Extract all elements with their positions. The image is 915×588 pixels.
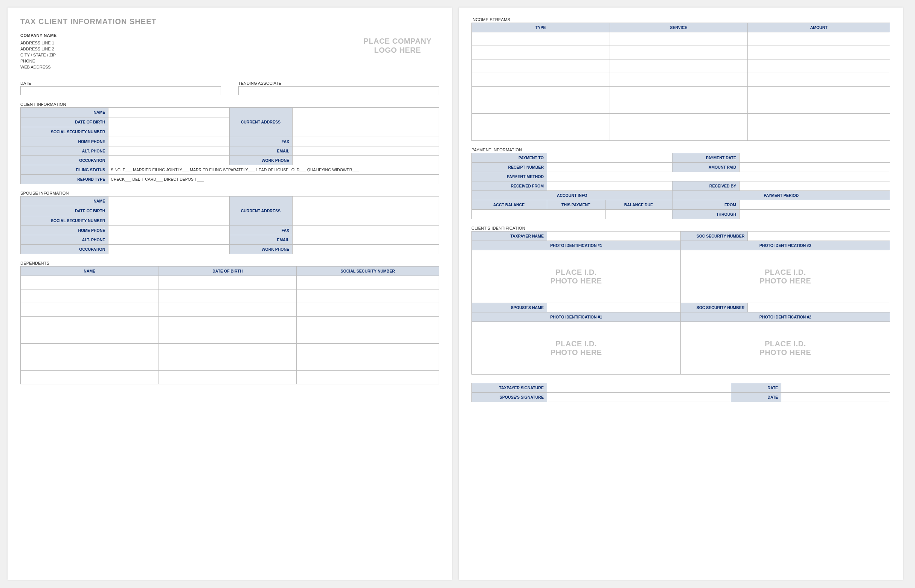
income-header-service: SERVICE [609,23,748,32]
spouse-current-address-input[interactable] [293,196,439,226]
acct-balance-label: ACCT BALANCE [472,200,547,210]
spouse-occupation-label: OCCUPATION [21,244,108,254]
client-email-input[interactable] [293,146,439,155]
signature-table: TAXPAYER SIGNATURE DATE SPOUSE'S SIGNATU… [471,383,890,402]
spouses-name-label: SPOUSE'S NAME [472,303,547,312]
client-current-address-input[interactable] [293,107,439,137]
tending-associate-label: TENDING ASSOCIATE [238,81,439,86]
dependents-table: NAME DATE OF BIRTH SOCIAL SECURITY NUMBE… [20,266,439,384]
taxpayer-name-input[interactable] [547,231,681,241]
refund-type-options[interactable]: CHECK___ DEBIT CARD___ DIRECT DEPOSIT___ [108,174,439,184]
income-streams-table: TYPE SERVICE AMOUNT [471,23,890,141]
spouse-occupation-input[interactable] [108,244,230,254]
dependents-header-ssn: SOCIAL SECURITY NUMBER [297,266,439,276]
this-payment-input[interactable] [547,210,606,219]
spouse-ssn-id-label: SOC SECURITY NUMBER [681,303,748,312]
spouse-dob-label: DATE OF BIRTH [21,206,108,216]
amount-paid-input[interactable] [740,163,890,172]
spouse-name-input[interactable] [108,196,230,206]
client-current-address-label: CURRENT ADDRESS [230,107,293,137]
received-from-input[interactable] [547,181,672,191]
document-title: TAX CLIENT INFORMATION SHEET [20,17,439,26]
received-by-input[interactable] [740,181,890,191]
spouse-email-input[interactable] [293,235,439,244]
client-email-label: EMAIL [230,146,293,155]
spouse-info-table: NAME CURRENT ADDRESS DATE OF BIRTH SOCIA… [20,196,439,254]
amount-paid-label: AMOUNT PAID [673,163,740,172]
date-label: DATE [20,81,221,86]
client-id-table: TAXPAYER NAME SOC SECURITY NUMBER PHOTO … [471,231,890,375]
page-1: TAX CLIENT INFORMATION SHEET COMPANY NAM… [8,8,452,580]
client-fax-input[interactable] [293,137,439,146]
table-row [21,276,439,289]
taxpayer-name-label: TAXPAYER NAME [472,231,547,241]
client-ssn-input[interactable] [108,127,230,137]
table-row [21,357,439,370]
taxpayer-photo-id-1-placeholder[interactable]: PLACE I.D. PHOTO HERE [472,250,681,303]
account-info-header: ACCOUNT INFO [472,191,673,200]
spouses-name-input[interactable] [547,303,681,312]
date-input[interactable] [20,86,221,95]
spouse-alt-phone-input[interactable] [108,235,230,244]
spouse-alt-phone-label: ALT. PHONE [21,235,108,244]
dependents-header-dob: DATE OF BIRTH [158,266,297,276]
table-row [472,100,890,114]
taxpayer-signature-input[interactable] [547,383,731,393]
spouses-signature-label: SPOUSE'S SIGNATURE [472,393,547,402]
client-home-phone-input[interactable] [108,137,230,146]
spouse-name-label: NAME [21,196,108,206]
tending-associate-input[interactable] [238,86,439,95]
spouse-ssn-label: SOCIAL SECURITY NUMBER [21,216,108,226]
client-info-table: NAME CURRENT ADDRESS DATE OF BIRTH SOCIA… [20,107,439,184]
client-work-phone-input[interactable] [293,155,439,165]
client-work-phone-label: WORK PHONE [230,155,293,165]
table-row [21,370,439,384]
taxpayer-ssn-label: SOC SECURITY NUMBER [681,231,748,241]
payment-date-label: PAYMENT DATE [673,153,740,163]
taxpayer-sig-date-input[interactable] [781,383,890,393]
table-row [21,316,439,330]
client-name-input[interactable] [108,107,230,117]
from-input[interactable] [740,200,890,210]
from-label: FROM [673,200,740,210]
taxpayer-photo-id-1-header: PHOTO IDENTIFICATION #1 [472,241,681,250]
client-alt-phone-input[interactable] [108,146,230,155]
payment-period-header: PAYMENT PERIOD [673,191,890,200]
page-2: INCOME STREAMS TYPE SERVICE AMOUNT PAYME… [459,8,903,580]
spouse-fax-input[interactable] [293,226,439,235]
client-dob-label: DATE OF BIRTH [21,117,108,127]
acct-balance-input[interactable] [472,210,547,219]
payment-to-input[interactable] [547,153,672,163]
payment-date-input[interactable] [740,153,890,163]
spouse-photo-id-2-placeholder[interactable]: PLACE I.D. PHOTO HERE [681,322,890,375]
through-label: THROUGH [673,210,740,219]
spouse-current-address-label: CURRENT ADDRESS [230,196,293,226]
spouse-photo-id-1-placeholder[interactable]: PLACE I.D. PHOTO HERE [472,322,681,375]
taxpayer-ssn-input[interactable] [748,231,890,241]
payment-method-input[interactable] [547,172,890,181]
section-client-info: CLIENT INFORMATION [20,102,439,107]
section-income-streams: INCOME STREAMS [471,17,890,22]
spouses-sig-date-label: DATE [731,393,781,402]
filing-status-options[interactable]: SINGLE___ MARRIED FILING JOINTLY___ MARR… [108,165,439,174]
taxpayer-photo-id-2-placeholder[interactable]: PLACE I.D. PHOTO HERE [681,250,890,303]
client-occupation-input[interactable] [108,155,230,165]
spouse-work-phone-input[interactable] [293,244,439,254]
client-name-label: NAME [21,107,108,117]
spouse-dob-input[interactable] [108,206,230,216]
spouse-home-phone-input[interactable] [108,226,230,235]
client-dob-input[interactable] [108,117,230,127]
section-spouse-info: SPOUSE INFORMATION [20,191,439,195]
receipt-number-input[interactable] [547,163,672,172]
income-header-type: TYPE [472,23,610,32]
table-row [472,60,890,73]
spouse-ssn-input[interactable] [108,216,230,226]
spouses-signature-input[interactable] [547,393,731,402]
spouses-sig-date-input[interactable] [781,393,890,402]
header-row: COMPANY NAME ADDRESS LINE 1 ADDRESS LINE… [20,33,439,70]
company-block: COMPANY NAME ADDRESS LINE 1 ADDRESS LINE… [20,33,57,70]
section-client-id: CLIENT'S IDENTIFICATION [471,226,890,230]
balance-due-input[interactable] [606,210,673,219]
through-input[interactable] [740,210,890,219]
spouse-ssn-id-input[interactable] [748,303,890,312]
